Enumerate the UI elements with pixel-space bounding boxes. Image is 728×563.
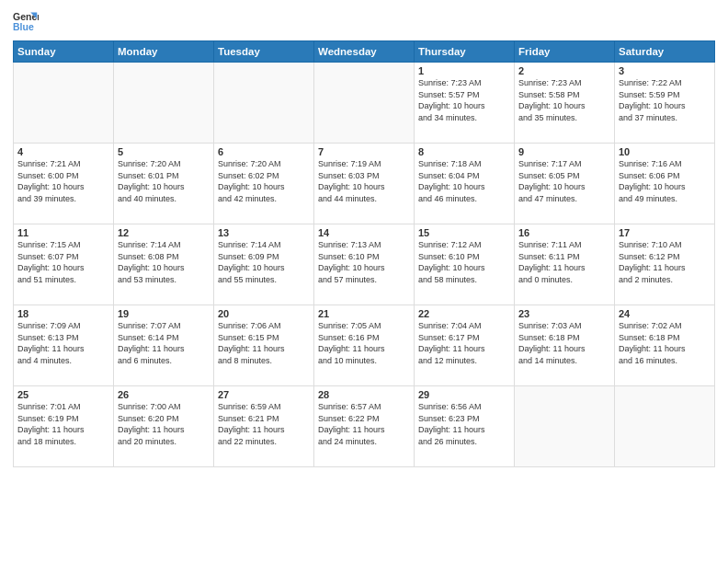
day-number: 25 xyxy=(17,389,109,400)
calendar-cell xyxy=(615,386,715,467)
calendar-cell: 2Sunrise: 7:23 AMSunset: 5:58 PMDaylight… xyxy=(515,63,615,144)
day-number: 20 xyxy=(218,308,310,319)
calendar-cell: 26Sunrise: 7:00 AMSunset: 6:20 PMDayligh… xyxy=(114,386,214,467)
calendar-cell: 7Sunrise: 7:19 AMSunset: 6:03 PMDaylight… xyxy=(314,144,415,224)
calendar-cell: 22Sunrise: 7:04 AMSunset: 6:17 PMDayligh… xyxy=(415,305,515,386)
day-number: 27 xyxy=(218,389,310,400)
cell-content: Sunrise: 7:19 AMSunset: 6:03 PMDaylight:… xyxy=(318,158,410,204)
cell-content: Sunrise: 6:59 AMSunset: 6:21 PMDaylight:… xyxy=(218,401,310,447)
weekday-header-monday: Monday xyxy=(114,41,214,63)
cell-content: Sunrise: 7:06 AMSunset: 6:15 PMDaylight:… xyxy=(218,320,310,366)
day-number: 13 xyxy=(218,227,310,238)
calendar-cell: 5Sunrise: 7:20 AMSunset: 6:01 PMDaylight… xyxy=(114,144,214,224)
page-container: General Blue SundayMondayTuesdayWednesda… xyxy=(0,0,728,473)
calendar-week-2: 4Sunrise: 7:21 AMSunset: 6:00 PMDaylight… xyxy=(14,144,715,224)
day-number: 18 xyxy=(17,308,109,319)
calendar-cell xyxy=(14,63,114,144)
calendar-cell: 4Sunrise: 7:21 AMSunset: 6:00 PMDaylight… xyxy=(14,144,114,224)
cell-content: Sunrise: 7:11 AMSunset: 6:11 PMDaylight:… xyxy=(518,239,610,285)
day-number: 26 xyxy=(118,389,210,400)
day-number: 10 xyxy=(619,146,711,157)
weekday-header-thursday: Thursday xyxy=(415,41,515,63)
day-number: 21 xyxy=(318,308,410,319)
cell-content: Sunrise: 7:23 AMSunset: 5:57 PMDaylight:… xyxy=(418,77,510,123)
cell-content: Sunrise: 7:02 AMSunset: 6:18 PMDaylight:… xyxy=(619,320,711,366)
cell-content: Sunrise: 6:57 AMSunset: 6:22 PMDaylight:… xyxy=(318,401,410,447)
calendar-week-1: 1Sunrise: 7:23 AMSunset: 5:57 PMDaylight… xyxy=(14,63,715,144)
calendar-cell xyxy=(314,63,415,144)
cell-content: Sunrise: 7:10 AMSunset: 6:12 PMDaylight:… xyxy=(619,239,711,285)
calendar-cell xyxy=(515,386,615,467)
day-number: 24 xyxy=(619,308,711,319)
cell-content: Sunrise: 7:20 AMSunset: 6:02 PMDaylight:… xyxy=(218,158,310,204)
day-number: 23 xyxy=(518,308,610,319)
cell-content: Sunrise: 7:15 AMSunset: 6:07 PMDaylight:… xyxy=(17,239,109,285)
day-number: 5 xyxy=(118,146,210,157)
calendar-cell: 24Sunrise: 7:02 AMSunset: 6:18 PMDayligh… xyxy=(615,305,715,386)
calendar-cell: 16Sunrise: 7:11 AMSunset: 6:11 PMDayligh… xyxy=(515,224,615,305)
cell-content: Sunrise: 7:00 AMSunset: 6:20 PMDaylight:… xyxy=(118,401,210,447)
calendar-cell: 18Sunrise: 7:09 AMSunset: 6:13 PMDayligh… xyxy=(14,305,114,386)
calendar-cell xyxy=(114,63,214,144)
calendar-week-5: 25Sunrise: 7:01 AMSunset: 6:19 PMDayligh… xyxy=(14,386,715,467)
cell-content: Sunrise: 7:12 AMSunset: 6:10 PMDaylight:… xyxy=(418,239,510,285)
day-number: 2 xyxy=(518,65,610,76)
calendar-cell: 28Sunrise: 6:57 AMSunset: 6:22 PMDayligh… xyxy=(314,386,415,467)
day-number: 7 xyxy=(318,146,410,157)
cell-content: Sunrise: 7:17 AMSunset: 6:05 PMDaylight:… xyxy=(518,158,610,204)
cell-content: Sunrise: 7:16 AMSunset: 6:06 PMDaylight:… xyxy=(619,158,711,204)
cell-content: Sunrise: 7:18 AMSunset: 6:04 PMDaylight:… xyxy=(418,158,510,204)
weekday-header-wednesday: Wednesday xyxy=(314,41,415,63)
cell-content: Sunrise: 7:20 AMSunset: 6:01 PMDaylight:… xyxy=(118,158,210,204)
calendar-cell: 3Sunrise: 7:22 AMSunset: 5:59 PMDaylight… xyxy=(615,63,715,144)
cell-content: Sunrise: 7:03 AMSunset: 6:18 PMDaylight:… xyxy=(518,320,610,366)
cell-content: Sunrise: 7:23 AMSunset: 5:58 PMDaylight:… xyxy=(518,77,610,123)
cell-content: Sunrise: 7:04 AMSunset: 6:17 PMDaylight:… xyxy=(418,320,510,366)
calendar-cell xyxy=(214,63,314,144)
weekday-header-row: SundayMondayTuesdayWednesdayThursdayFrid… xyxy=(14,41,715,63)
calendar-cell: 9Sunrise: 7:17 AMSunset: 6:05 PMDaylight… xyxy=(515,144,615,224)
calendar-cell: 20Sunrise: 7:06 AMSunset: 6:15 PMDayligh… xyxy=(214,305,314,386)
calendar-cell: 12Sunrise: 7:14 AMSunset: 6:08 PMDayligh… xyxy=(114,224,214,305)
calendar-table: SundayMondayTuesdayWednesdayThursdayFrid… xyxy=(13,40,715,467)
calendar-cell: 29Sunrise: 6:56 AMSunset: 6:23 PMDayligh… xyxy=(415,386,515,467)
cell-content: Sunrise: 7:14 AMSunset: 6:09 PMDaylight:… xyxy=(218,239,310,285)
day-number: 3 xyxy=(619,65,711,76)
weekday-header-sunday: Sunday xyxy=(14,41,114,63)
day-number: 22 xyxy=(418,308,510,319)
cell-content: Sunrise: 7:07 AMSunset: 6:14 PMDaylight:… xyxy=(118,320,210,366)
weekday-header-saturday: Saturday xyxy=(615,41,715,63)
calendar-cell: 1Sunrise: 7:23 AMSunset: 5:57 PMDaylight… xyxy=(415,63,515,144)
calendar-cell: 19Sunrise: 7:07 AMSunset: 6:14 PMDayligh… xyxy=(114,305,214,386)
calendar-cell: 17Sunrise: 7:10 AMSunset: 6:12 PMDayligh… xyxy=(615,224,715,305)
day-number: 29 xyxy=(418,389,510,400)
cell-content: Sunrise: 6:56 AMSunset: 6:23 PMDaylight:… xyxy=(418,401,510,447)
calendar-cell: 27Sunrise: 6:59 AMSunset: 6:21 PMDayligh… xyxy=(214,386,314,467)
day-number: 8 xyxy=(418,146,510,157)
day-number: 11 xyxy=(17,227,109,238)
day-number: 12 xyxy=(118,227,210,238)
calendar-cell: 15Sunrise: 7:12 AMSunset: 6:10 PMDayligh… xyxy=(415,224,515,305)
day-number: 4 xyxy=(17,146,109,157)
cell-content: Sunrise: 7:05 AMSunset: 6:16 PMDaylight:… xyxy=(318,320,410,366)
day-number: 6 xyxy=(218,146,310,157)
calendar-cell: 11Sunrise: 7:15 AMSunset: 6:07 PMDayligh… xyxy=(14,224,114,305)
cell-content: Sunrise: 7:21 AMSunset: 6:00 PMDaylight:… xyxy=(17,158,109,204)
weekday-header-friday: Friday xyxy=(515,41,615,63)
cell-content: Sunrise: 7:22 AMSunset: 5:59 PMDaylight:… xyxy=(619,77,711,123)
calendar-cell: 10Sunrise: 7:16 AMSunset: 6:06 PMDayligh… xyxy=(615,144,715,224)
day-number: 19 xyxy=(118,308,210,319)
weekday-header-tuesday: Tuesday xyxy=(214,41,314,63)
day-number: 15 xyxy=(418,227,510,238)
day-number: 28 xyxy=(318,389,410,400)
cell-content: Sunrise: 7:14 AMSunset: 6:08 PMDaylight:… xyxy=(118,239,210,285)
svg-text:Blue: Blue xyxy=(13,21,34,32)
header: General Blue xyxy=(13,9,715,35)
day-number: 17 xyxy=(619,227,711,238)
calendar-week-3: 11Sunrise: 7:15 AMSunset: 6:07 PMDayligh… xyxy=(14,224,715,305)
calendar-cell: 23Sunrise: 7:03 AMSunset: 6:18 PMDayligh… xyxy=(515,305,615,386)
day-number: 14 xyxy=(318,227,410,238)
calendar-week-4: 18Sunrise: 7:09 AMSunset: 6:13 PMDayligh… xyxy=(14,305,715,386)
calendar-cell: 21Sunrise: 7:05 AMSunset: 6:16 PMDayligh… xyxy=(314,305,415,386)
day-number: 9 xyxy=(518,146,610,157)
